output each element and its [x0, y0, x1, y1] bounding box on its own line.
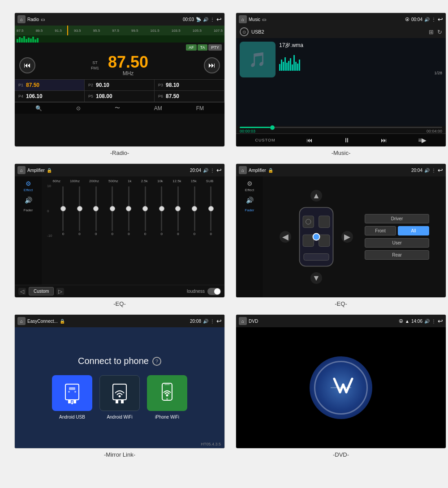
loudness-row: loudness	[187, 288, 221, 295]
dvd-home-icon[interactable]: ⌂	[239, 317, 247, 325]
eq-slider-15k[interactable]: 0	[194, 186, 195, 236]
preset-p6[interactable]: P687.50	[155, 91, 224, 102]
svg-line-24	[334, 379, 340, 392]
search-icon[interactable]: 🔍	[35, 105, 42, 111]
more-icon[interactable]: ⋮	[210, 17, 215, 22]
radio-main-display: ⏮ ST FM1 87.50 MHz	[15, 51, 224, 79]
eq-slider-sub[interactable]: 0	[210, 186, 211, 236]
fader-content: ⚙ Effect 🔊 Fader ▲	[236, 176, 446, 297]
eq1-back-icon[interactable]: ↩	[216, 167, 222, 174]
fader-right-arrow[interactable]: ▶	[341, 231, 353, 243]
eq1-more-icon[interactable]: ⋮	[210, 168, 215, 173]
preset-p3[interactable]: P398.10	[155, 80, 224, 91]
eq2-home-icon[interactable]: ⌂	[239, 166, 247, 174]
music-time: 00:04	[411, 17, 422, 22]
home-icon[interactable]: ⌂	[17, 15, 26, 23]
eq-slider-1k[interactable]: 0	[128, 186, 129, 236]
progress-dot	[270, 125, 275, 130]
driver-button[interactable]: Driver	[365, 214, 429, 223]
freq-name: FM1	[91, 66, 99, 70]
album-art: 🎵	[240, 42, 276, 77]
preset-p5[interactable]: P5108.00	[85, 91, 155, 102]
iphone-wifi-option[interactable]: iPhone WiFi	[147, 375, 187, 420]
fader-left-arrow[interactable]: ◀	[280, 231, 291, 243]
rear-button[interactable]: Rear	[365, 250, 429, 260]
fm-label[interactable]: FM	[196, 105, 204, 111]
mirror-home-icon[interactable]: ⌂	[17, 317, 26, 325]
toggle-knob	[214, 288, 220, 295]
dvd-more-icon[interactable]: ⋮	[431, 319, 436, 324]
song-title: 17岁.wma	[279, 42, 442, 49]
next-preset-arrow[interactable]: ▷	[56, 288, 64, 295]
rds-icon[interactable]: 〜	[115, 104, 120, 112]
eq-slider-200hz[interactable]: 0	[95, 186, 97, 236]
mirror-more-icon[interactable]: ⋮	[210, 319, 215, 324]
dvd-gps-icon: ⦿	[399, 319, 403, 324]
progress-bar[interactable]	[240, 127, 442, 128]
track-counter: 1/28	[279, 71, 442, 75]
android-wifi-option[interactable]: Android WiFi	[99, 375, 140, 420]
preset-p2[interactable]: P290.10	[85, 80, 155, 91]
radio-cell: ⌂ Radio ▭ 00:03 📡 🔊 ⋮ ↩ 87.589.	[9, 9, 230, 160]
fader-up-arrow[interactable]: ▲	[310, 190, 322, 201]
custom-label[interactable]: CUSTOM	[255, 138, 276, 142]
preset-p1[interactable]: P187.50	[15, 80, 85, 91]
help-icon[interactable]: ?	[152, 357, 161, 366]
af-button[interactable]: AF	[186, 44, 197, 51]
fader-fader-item[interactable]: Fader	[245, 208, 254, 212]
music-more-icon[interactable]: ⋮	[431, 17, 436, 22]
eq1-home-icon[interactable]: ⌂	[17, 166, 26, 174]
overlap-icon[interactable]: ⊙	[76, 105, 81, 111]
prev-track-icon[interactable]: ⏮	[306, 137, 313, 144]
eq2-cell: ⌂ Amplifier 🔒 20:04 🔊 ⋮ ↩	[230, 160, 448, 311]
music-gps-icon: ⦿	[405, 17, 409, 22]
eq2-more-icon[interactable]: ⋮	[431, 168, 436, 173]
usb-icon: ⊙	[240, 27, 249, 36]
eq-slider-60hz[interactable]: 0	[62, 186, 64, 236]
loudness-toggle[interactable]	[207, 288, 221, 295]
fader-speaker-item[interactable]: 🔊	[246, 197, 254, 204]
music-home-icon[interactable]: ⌂	[239, 15, 247, 23]
user-button[interactable]: User	[365, 238, 429, 248]
eq2-back-icon[interactable]: ↩	[438, 167, 443, 174]
next-button[interactable]: ⏭	[204, 57, 220, 73]
custom-preset-button[interactable]: Custom	[29, 287, 54, 295]
eq-slider-2_5k[interactable]: 0	[144, 186, 146, 236]
eq-slider-500hz[interactable]: 0	[112, 186, 113, 236]
freq-indicator	[67, 26, 68, 35]
freq-display: ST FM1 87.50 MHz	[91, 54, 148, 77]
eq-slider-12_5k[interactable]: 0	[177, 186, 179, 236]
ta-button[interactable]: TA	[198, 44, 208, 51]
dvd-back-icon[interactable]: ↩	[438, 317, 443, 325]
eq2-volume-icon: 🔊	[424, 168, 430, 173]
effect-item[interactable]: ⚙ Effect	[24, 180, 33, 192]
music-screen: ⌂ Music ▭ ⦿ 00:04 🔊 ⋮ ↩ ⊙	[236, 13, 446, 147]
android-usb-option[interactable]: Android USB	[52, 375, 92, 420]
next-track-icon[interactable]: ⏭	[381, 137, 387, 144]
prev-preset-arrow[interactable]: ◁	[18, 288, 26, 295]
freq-st: ST	[91, 60, 99, 65]
eq-mode-icon[interactable]: ⊞	[429, 29, 434, 35]
preset-p4[interactable]: P4106.10	[15, 91, 85, 102]
fader-item[interactable]: Fader	[24, 208, 33, 212]
repeat-icon[interactable]: ↻	[437, 29, 442, 35]
pause-icon[interactable]: ⏸	[344, 137, 350, 144]
fader-down-arrow[interactable]: ▼	[310, 272, 322, 284]
pty-button[interactable]: PTY	[208, 44, 222, 51]
fader-sidebar: ⚙ Effect 🔊 Fader	[236, 176, 263, 297]
radio-controls: 🔍 ⊙ 〜 AM FM	[15, 102, 224, 114]
back-icon[interactable]: ↩	[216, 16, 222, 23]
android-wifi-svg	[108, 382, 131, 404]
front-button[interactable]: Front	[365, 226, 396, 235]
eq-slider-100hz[interactable]: 0	[78, 186, 80, 236]
eq-slider-10k[interactable]: 0	[161, 186, 163, 236]
all-button[interactable]: All	[398, 226, 429, 235]
fader-effect-item[interactable]: ⚙ Effect	[245, 180, 254, 192]
am-label[interactable]: AM	[154, 105, 162, 111]
mirror-back-icon[interactable]: ↩	[216, 317, 222, 325]
speaker-item[interactable]: 🔊	[25, 197, 32, 204]
prev-button[interactable]: ⏮	[19, 57, 35, 73]
playlist-icon[interactable]: ≡▶	[418, 137, 426, 144]
eq-visual	[279, 53, 442, 71]
music-back-icon[interactable]: ↩	[438, 16, 443, 23]
